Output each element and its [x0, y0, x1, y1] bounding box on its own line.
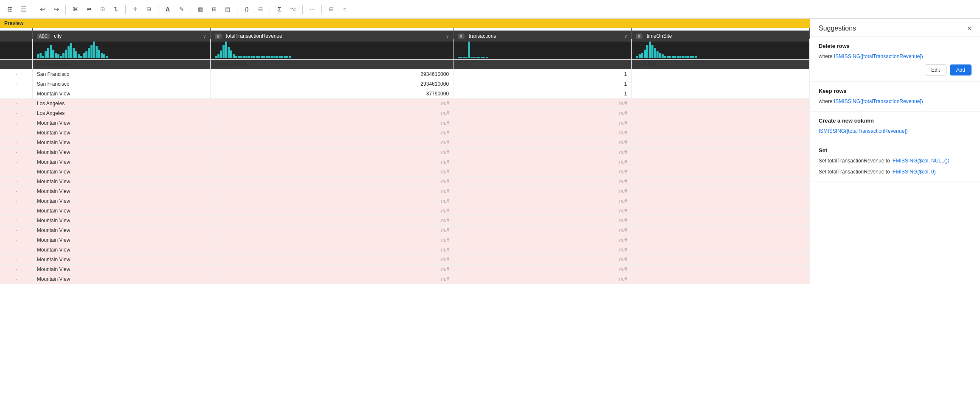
col-name-timeonsite: timeOnSite: [647, 33, 672, 39]
text-icon[interactable]: A: [162, 4, 173, 15]
cell-revenue: null: [211, 99, 453, 109]
row-dot: ·: [0, 187, 32, 196]
col-type-hash-transactions: #: [458, 34, 465, 39]
cell-city: Mountain View: [32, 226, 210, 235]
col-sort-transactions[interactable]: ∨: [624, 34, 627, 39]
cell-revenue: 37790000: [211, 89, 453, 99]
text-transform-icon[interactable]: ✎: [176, 4, 187, 15]
cell-city: Mountain View: [32, 167, 210, 177]
col-header-dot: [0, 31, 32, 42]
move-icon[interactable]: ✛: [130, 4, 141, 15]
layout-icon[interactable]: ▤: [222, 4, 233, 15]
cell-city: Mountain View: [32, 187, 210, 196]
cell-timeonsite: [631, 274, 809, 284]
set-item-1-formula[interactable]: IFMISSING($col, NULL()): [891, 158, 949, 164]
cell-timeonsite: [631, 109, 809, 118]
redo-icon[interactable]: ↪: [51, 4, 62, 15]
cell-city: Mountain View: [32, 148, 210, 157]
table-row: ·San Francisco29346100001: [0, 79, 810, 89]
cell-timeonsite: [631, 245, 809, 255]
data-panel[interactable]: Preview ABC city ∨ #: [0, 19, 810, 411]
data-table: ABC city ∨ # totalTransactionRevenue ∨: [0, 28, 810, 284]
cell-timeonsite: [631, 226, 809, 235]
branch-icon[interactable]: ⌥: [287, 4, 299, 15]
cell-timeonsite: [631, 148, 809, 157]
table-row: ·Mountain Viewnullnull: [0, 206, 810, 216]
cell-revenue: 2934610000: [211, 79, 453, 89]
cell-transactions: null: [453, 255, 631, 265]
section-delete-rows: Delete rows where ISMISSING([totalTransa…: [810, 37, 980, 82]
summary-row: 53 Categories 3.99M - 2.93B 1 - 2 1 - 5.…: [0, 60, 810, 70]
cell-timeonsite: [631, 118, 809, 128]
cell-transactions: null: [453, 128, 631, 138]
frame-icon[interactable]: ⊟: [143, 4, 154, 15]
keep-rows-title: Keep rows: [819, 88, 972, 94]
close-button[interactable]: ×: [967, 25, 972, 32]
cell-city: Mountain View: [32, 177, 210, 187]
cell-timeonsite: [631, 128, 809, 138]
menu-icon[interactable]: ☰: [18, 4, 29, 15]
shape-icon[interactable]: ⌘: [70, 4, 81, 15]
cell-city: Mountain View: [32, 274, 210, 284]
sum-icon[interactable]: Σ: [274, 4, 285, 15]
table-row: ·Mountain Viewnullnull: [0, 274, 810, 284]
row-dot: ·: [0, 274, 32, 284]
cell-transactions: null: [453, 138, 631, 148]
cell-transactions: null: [453, 235, 631, 245]
table-row: ·Mountain View377900001: [0, 89, 810, 99]
cell-transactions: null: [453, 206, 631, 216]
set-item-2-formula[interactable]: IFMISSING($col, 0): [891, 169, 936, 175]
col-header-timeonsite[interactable]: # timeOnSite: [631, 31, 809, 42]
col-header-revenue[interactable]: # totalTransactionRevenue ∨: [211, 31, 453, 42]
transform-icon[interactable]: ⇌: [83, 4, 94, 15]
delete-rows-title: Delete rows: [819, 43, 972, 49]
separator-6: [237, 5, 237, 14]
delete-rows-formula[interactable]: ISMISSING([totalTransactionRevenue]): [834, 53, 923, 59]
more-icon[interactable]: ···: [307, 4, 318, 15]
edit-button[interactable]: Edit: [925, 64, 946, 75]
col-header-city[interactable]: ABC city ∨: [32, 31, 210, 42]
cell-transactions: null: [453, 226, 631, 235]
cell-transactions: null: [453, 245, 631, 255]
cell-timeonsite: [631, 70, 809, 79]
settings2-icon[interactable]: ≡: [339, 4, 350, 15]
cell-city: Mountain View: [32, 89, 210, 99]
col-sort-city[interactable]: ∨: [203, 34, 206, 39]
table-icon[interactable]: ▦: [195, 4, 206, 15]
sort-icon[interactable]: ⇅: [110, 4, 121, 15]
cell-timeonsite: [631, 187, 809, 196]
cell-revenue: null: [211, 128, 453, 138]
row-dot: ·: [0, 216, 32, 226]
cell-city: Los Angeles: [32, 109, 210, 118]
table-row: ·Los Angelesnullnull: [0, 99, 810, 109]
set-item-2-prefix: Set totalTransactionRevenue to: [819, 169, 891, 175]
cell-timeonsite: [631, 216, 809, 226]
separator-4: [158, 5, 158, 14]
cell-timeonsite: [631, 206, 809, 216]
table-row: ·Los Angelesnullnull: [0, 109, 810, 118]
cell-city: Los Angeles: [32, 99, 210, 109]
create-column-formula[interactable]: ISMISSING([totalTransactionRevenue]): [819, 128, 908, 134]
row-dot: ·: [0, 206, 32, 216]
undo-icon[interactable]: ↩: [37, 4, 48, 15]
col-header-transactions[interactable]: # transactions ∨: [453, 31, 631, 42]
cell-transactions: null: [453, 148, 631, 157]
summary-dot: [0, 60, 32, 70]
view-icon[interactable]: ⊟: [326, 4, 337, 15]
keep-rows-formula[interactable]: ISMISSING([totalTransactionRevenue]): [834, 98, 923, 104]
brace-icon[interactable]: {}: [241, 4, 252, 15]
col-sort-revenue[interactable]: ∨: [446, 34, 449, 39]
cell-revenue: null: [211, 206, 453, 216]
cell-revenue: 2934610000: [211, 70, 453, 79]
filter-icon[interactable]: ⊟: [255, 4, 266, 15]
add-button[interactable]: Add: [950, 64, 972, 75]
align-icon[interactable]: ⊡: [97, 4, 108, 15]
grid-icon[interactable]: ⊞: [4, 4, 15, 15]
table-row: ·Mountain Viewnullnull: [0, 138, 810, 148]
histogram-row: [0, 39, 810, 60]
cell-timeonsite: [631, 167, 809, 177]
grid3-icon[interactable]: ⊞: [208, 4, 220, 15]
hist-cell-city: [32, 39, 210, 60]
section-set: Set Set totalTransactionRevenue to IFMIS…: [810, 141, 980, 182]
cell-timeonsite: [631, 157, 809, 167]
